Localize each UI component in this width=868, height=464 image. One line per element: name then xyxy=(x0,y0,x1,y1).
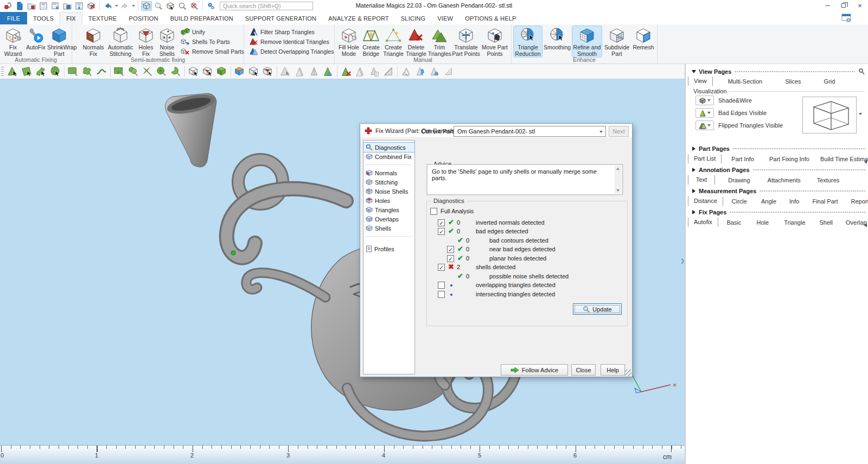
tab-circle[interactable]: Circle xyxy=(726,197,752,206)
sidebar-item-shells[interactable]: Shells xyxy=(363,224,414,233)
copy-triangles-icon[interactable] xyxy=(368,65,381,78)
triangle-reduction-button[interactable]: Triangle Reduction xyxy=(514,26,542,57)
detect-overlapping-triangles-button[interactable]: Detect Overlapping Triangles xyxy=(250,47,334,56)
sidebar-item-stitching[interactable]: Stitching xyxy=(363,177,414,187)
scroll-up-icon[interactable] xyxy=(616,168,620,170)
delete-marked-triangles-icon[interactable] xyxy=(340,65,353,78)
next-button[interactable]: Next xyxy=(609,126,629,137)
circle-selection-icon[interactable] xyxy=(155,65,168,78)
close-dialog-button[interactable]: Close xyxy=(571,364,596,376)
tab-textures[interactable]: Textures xyxy=(812,176,845,185)
pie-selection-icon[interactable] xyxy=(169,65,182,78)
holes-fix-button[interactable]: Holes Fix xyxy=(136,26,156,57)
row-checkbox-checked[interactable]: ✓ xyxy=(438,228,445,235)
tab-view[interactable]: VIEW xyxy=(431,12,459,24)
measurement-pages-header[interactable]: Measurement Pages xyxy=(686,187,868,195)
select-through-icon[interactable] xyxy=(187,65,200,78)
redo-icon[interactable] xyxy=(119,1,130,11)
tab-grid[interactable]: Grid xyxy=(819,77,841,86)
zoom-in-icon[interactable] xyxy=(177,1,188,11)
trim-triangles-button[interactable]: Trim Triangles xyxy=(428,26,451,57)
smooth-triangles-icon[interactable] xyxy=(322,65,335,78)
unify-button[interactable]: Unify xyxy=(181,27,205,36)
lasso-triangle-icon[interactable] xyxy=(400,65,413,78)
pin-icon[interactable] xyxy=(858,68,865,75)
tab-info[interactable]: Info xyxy=(784,197,805,206)
tab-tools[interactable]: TOOLS xyxy=(27,12,60,24)
freeform-triangles-icon[interactable] xyxy=(127,65,140,78)
tab-attachments[interactable]: Attachments xyxy=(762,176,806,185)
new-scene-icon[interactable] xyxy=(14,1,25,11)
undo-icon[interactable] xyxy=(103,1,113,11)
mark-shell-icon[interactable] xyxy=(49,65,62,78)
update-button[interactable]: Update xyxy=(573,303,622,315)
tab-file[interactable]: FILE xyxy=(0,12,27,24)
fix-wizard-dialog[interactable]: Fix Wizard (Part: Om Ganesh Pendant-002-… xyxy=(360,123,633,377)
tab-position[interactable]: POSITION xyxy=(123,12,164,24)
cube-cursor-icon[interactable] xyxy=(247,65,260,78)
dialog-resize-grip[interactable] xyxy=(625,370,631,376)
tab-support-generation[interactable]: SUPPORT GENERATION xyxy=(239,12,322,24)
freeform-selection-icon[interactable] xyxy=(81,65,94,78)
sidebar-item-overlaps[interactable]: Overlaps xyxy=(363,214,414,224)
help-button[interactable]: Help xyxy=(601,364,625,376)
tab-analyze-report[interactable]: ANALYZE & REPORT xyxy=(322,12,395,24)
tab-slicing[interactable]: SLICING xyxy=(395,12,431,24)
tab-options-help[interactable]: OPTIONS & HELP xyxy=(459,12,522,24)
sidebar-item-profiles[interactable]: Profiles xyxy=(363,244,414,253)
close-button[interactable]: × xyxy=(852,0,868,11)
tab-text[interactable]: Text xyxy=(688,175,715,185)
import-part-icon[interactable] xyxy=(26,1,37,11)
tab-distance[interactable]: Distance xyxy=(688,196,723,206)
smoothing-button[interactable]: Smoothing xyxy=(543,26,571,51)
sidebar-item-diagnostics[interactable]: Diagnostics xyxy=(363,143,414,152)
tab-part-info[interactable]: Part Info xyxy=(726,155,760,164)
panel-splitter-arrow[interactable]: ❯ xyxy=(680,256,685,266)
sidebar-item-holes[interactable]: Holes xyxy=(363,196,414,205)
sidebar-item-normals[interactable]: Normals xyxy=(363,168,414,177)
load-project-icon[interactable] xyxy=(62,1,73,11)
app-logo-icon[interactable] xyxy=(2,1,13,11)
part-pages-header[interactable]: Part Pages xyxy=(686,144,868,153)
rectangle-selection-icon[interactable] xyxy=(67,65,80,78)
row-checkbox-checked[interactable]: ✓ xyxy=(438,219,445,226)
polyline-selection-icon[interactable] xyxy=(95,65,108,78)
normals-fix-button[interactable]: Normals Fix xyxy=(82,26,105,57)
tab-basic[interactable]: Basic xyxy=(722,218,747,227)
tab-angle[interactable]: Angle xyxy=(756,197,782,206)
tabs-scroll-left-icon[interactable] xyxy=(864,160,867,164)
fix-wizard-button[interactable]: Fix Wizard xyxy=(2,26,24,57)
tab-autofix[interactable]: Autofix xyxy=(688,218,718,227)
current-part-select[interactable]: Om Ganesh Pendant-002- stl xyxy=(454,126,606,137)
tab-shell[interactable]: Shell xyxy=(814,218,838,227)
bad-edges-button[interactable] xyxy=(695,108,714,118)
sidebar-item-combined-fix[interactable]: Combined Fix xyxy=(363,152,414,161)
tabs-scroll-left-icon[interactable] xyxy=(864,223,867,227)
tab-slices[interactable]: Slices xyxy=(780,77,806,86)
mark-triangle-icon[interactable] xyxy=(7,65,20,78)
toolbar-grip[interactable] xyxy=(1,67,4,77)
undo-dropdown-icon[interactable] xyxy=(115,5,118,7)
shrinkwrap-part-button[interactable]: ShrinkWrap Part xyxy=(47,26,71,57)
sidebar-item-noise-shells[interactable]: Noise Shells xyxy=(363,187,414,196)
follow-advice-button[interactable]: Follow Advice xyxy=(501,364,568,376)
refine-marked-icon[interactable] xyxy=(414,65,427,78)
tab-texture[interactable]: TEXTURE xyxy=(82,12,123,24)
triangle-tool-disabled-5-icon[interactable] xyxy=(442,65,455,78)
shade-wire-button[interactable] xyxy=(695,96,714,105)
flipped-triangles-button[interactable] xyxy=(695,120,714,130)
tab-hole[interactable]: Hole xyxy=(751,218,775,227)
minimize-button[interactable] xyxy=(819,0,835,11)
customize-window-icon[interactable] xyxy=(841,13,855,24)
tab-build-preparation[interactable]: BUILD PREPARATION xyxy=(164,12,239,24)
tab-fix[interactable]: FIX xyxy=(60,12,82,24)
fill-hole-mode-button[interactable]: Fill Hole Mode xyxy=(338,26,360,57)
triangle-tool-disabled-3-icon[interactable] xyxy=(308,65,321,78)
delete-triangle-button[interactable]: Delete Triangle xyxy=(405,26,427,57)
noise-shells-button[interactable]: Noise Shells xyxy=(157,26,177,57)
view-pages-header[interactable]: View Pages xyxy=(686,67,868,76)
triangle-tool-disabled-4-icon[interactable] xyxy=(354,65,367,78)
filter-sharp-triangles-button[interactable]: Filter Sharp Triangles xyxy=(250,27,315,36)
unzoom-icon[interactable] xyxy=(189,1,200,11)
redo-dropdown-icon[interactable] xyxy=(132,5,135,7)
